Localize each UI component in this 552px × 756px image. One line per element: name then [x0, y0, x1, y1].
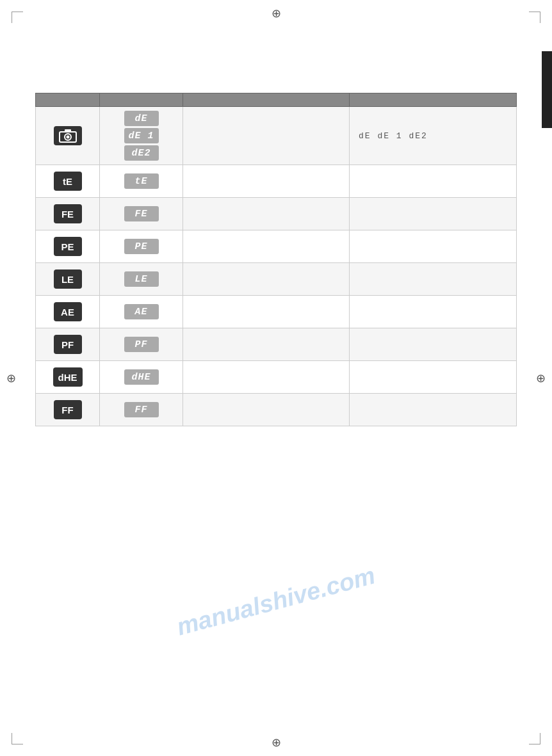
lcd-display-FF: FF [124, 402, 159, 417]
table-row: tEtE [36, 165, 517, 198]
notes-cell-FF [350, 394, 517, 426]
corner-mark-tr [529, 12, 540, 23]
table-row: PFPF [36, 328, 517, 361]
watermark: manualshive.com [174, 561, 378, 641]
badge-dE [54, 126, 82, 145]
lcd-display-dHE: dHE [124, 369, 159, 385]
notes-cell-LE [350, 263, 517, 296]
notes-display-dE: dE dE 1 dE2 [359, 131, 428, 141]
desc-cell-PF [183, 328, 350, 361]
lcd-display-tE: tE [124, 173, 159, 189]
desc-cell-LE [183, 263, 350, 296]
badge-cell-PE: PE [36, 230, 100, 263]
badge-FE: FE [54, 204, 82, 223]
crosshair-top: ⊕ [272, 6, 281, 20]
crosshair-bottom: ⊕ [272, 736, 281, 750]
badge-cell-dE [36, 107, 100, 165]
badge-cell-dHE: dHE [36, 361, 100, 394]
lcd-cell-dHE: dHE [100, 361, 183, 394]
col-header-notes [350, 93, 517, 107]
corner-mark-bl [12, 733, 23, 744]
desc-cell-tE [183, 165, 350, 198]
desc-cell-dE [183, 107, 350, 165]
badge-PE: PE [54, 237, 82, 256]
svg-point-3 [66, 136, 69, 139]
notes-cell-AE [350, 296, 517, 328]
notes-cell-PE [350, 230, 517, 263]
lcd-cell-FF: FF [100, 394, 183, 426]
notes-cell-FE [350, 198, 517, 230]
desc-cell-PE [183, 230, 350, 263]
table-row: AEAE [36, 296, 517, 328]
badge-cell-FF: FF [36, 394, 100, 426]
svg-rect-2 [65, 129, 71, 133]
badge-cell-FE: FE [36, 198, 100, 230]
table-row: PEPE [36, 230, 517, 263]
badge-cell-tE: tE [36, 165, 100, 198]
right-sidebar-bar [542, 51, 552, 128]
desc-cell-dHE [183, 361, 350, 394]
table-header-row [36, 93, 517, 107]
desc-cell-AE [183, 296, 350, 328]
table-row: FEFE [36, 198, 517, 230]
corner-mark-tl [12, 12, 23, 23]
col-header-lcd [100, 93, 183, 107]
table-row: LELE [36, 263, 517, 296]
badge-dHE: dHE [53, 367, 83, 387]
lcd-display-LE: LE [124, 271, 159, 287]
lcd-display-PF: PF [124, 337, 159, 352]
badge-cell-PF: PF [36, 328, 100, 361]
crosshair-right: ⊕ [536, 371, 546, 385]
badge-cell-AE: AE [36, 296, 100, 328]
lcd-display-PE: PE [124, 239, 159, 254]
badge-tE: tE [54, 172, 82, 191]
lcd-cell-dE: dEdE 1dE2 [100, 107, 183, 165]
lcd-cell-FE: FE [100, 198, 183, 230]
main-table-container: dEdE 1dE2dE dE 1 dE2tEtEFEFEPEPELELEAEAE… [35, 93, 517, 426]
notes-cell-PF [350, 328, 517, 361]
corner-mark-br [529, 733, 540, 744]
desc-cell-FE [183, 198, 350, 230]
table-row: dEdE 1dE2dE dE 1 dE2 [36, 107, 517, 165]
table-row: dHEdHE [36, 361, 517, 394]
badge-AE: AE [54, 302, 82, 321]
notes-cell-dE: dE dE 1 dE2 [350, 107, 517, 165]
table-row: FFFF [36, 394, 517, 426]
col-header-icon [36, 93, 100, 107]
lcd-cell-PF: PF [100, 328, 183, 361]
lcd-cell-LE: LE [100, 263, 183, 296]
desc-cell-FF [183, 394, 350, 426]
lcd-display-dE: dE2 [124, 145, 159, 161]
badge-LE: LE [54, 269, 82, 289]
badge-cell-LE: LE [36, 263, 100, 296]
lcd-display-dE: dE 1 [124, 128, 159, 143]
lcd-display-dE: dE [124, 111, 159, 126]
notes-cell-dHE [350, 361, 517, 394]
badge-FF: FF [54, 400, 82, 419]
lcd-cell-PE: PE [100, 230, 183, 263]
error-codes-table: dEdE 1dE2dE dE 1 dE2tEtEFEFEPEPELELEAEAE… [35, 93, 517, 426]
col-header-description [183, 93, 350, 107]
notes-cell-tE [350, 165, 517, 198]
lcd-display-AE: AE [124, 304, 159, 319]
lcd-cell-tE: tE [100, 165, 183, 198]
crosshair-left: ⊕ [6, 371, 16, 385]
lcd-cell-AE: AE [100, 296, 183, 328]
lcd-display-FE: FE [124, 206, 159, 221]
badge-PF: PF [54, 335, 82, 354]
